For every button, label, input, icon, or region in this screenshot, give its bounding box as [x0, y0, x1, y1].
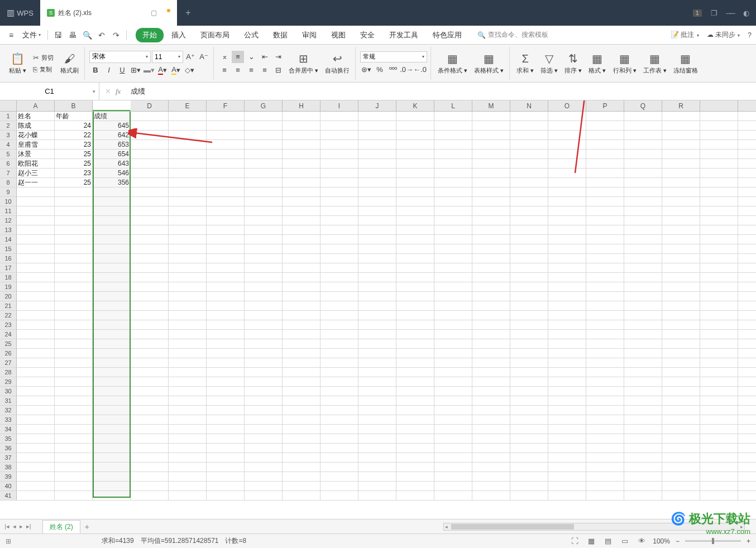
cell[interactable] [586, 434, 624, 444]
cell[interactable] [396, 206, 434, 216]
cell[interactable] [55, 434, 93, 444]
cell[interactable] [55, 320, 93, 330]
cell[interactable] [131, 235, 169, 244]
cell[interactable] [662, 225, 700, 235]
cell[interactable] [434, 225, 472, 235]
cell[interactable] [207, 482, 245, 491]
cell[interactable] [434, 187, 472, 197]
cell[interactable] [283, 206, 320, 216]
cell[interactable] [245, 225, 283, 235]
cell[interactable] [472, 131, 510, 140]
cell[interactable] [358, 463, 396, 472]
cell[interactable] [624, 197, 662, 206]
cell[interactable] [17, 235, 55, 244]
cell[interactable] [738, 463, 756, 472]
cell[interactable]: 23 [55, 169, 93, 178]
cell[interactable] [472, 292, 510, 301]
zoom-out-icon[interactable]: − [676, 537, 680, 545]
cell[interactable] [55, 225, 93, 235]
cell[interactable] [245, 197, 283, 206]
cell[interactable] [358, 377, 396, 387]
cell[interactable] [624, 444, 662, 453]
cell[interactable] [472, 368, 510, 377]
cell[interactable] [55, 216, 93, 225]
cell[interactable] [169, 396, 207, 406]
col-header-N[interactable]: N [510, 100, 548, 112]
cell[interactable] [624, 330, 662, 339]
cell[interactable] [738, 349, 756, 358]
row-header-10[interactable]: 10 [0, 197, 17, 206]
cell[interactable] [283, 472, 320, 482]
tab-special[interactable]: 特色应用 [426, 28, 468, 42]
cell[interactable] [472, 197, 510, 206]
cell[interactable] [207, 387, 245, 396]
cell[interactable] [93, 282, 131, 292]
cell[interactable] [93, 453, 131, 463]
row-header-27[interactable]: 27 [0, 358, 17, 368]
cell[interactable] [396, 444, 434, 453]
cell[interactable] [434, 396, 472, 406]
cell[interactable] [169, 169, 207, 178]
cell[interactable] [586, 150, 624, 159]
row-header-17[interactable]: 17 [0, 263, 17, 273]
wrap-button[interactable]: ↩自动换行 [323, 51, 352, 76]
number-format-select[interactable]: 常规▾ [360, 51, 427, 62]
cell[interactable] [245, 482, 283, 491]
cell[interactable] [207, 254, 245, 263]
cell[interactable] [662, 339, 700, 349]
cell[interactable] [169, 187, 207, 197]
cell[interactable] [283, 444, 320, 453]
cell[interactable] [17, 368, 55, 377]
cell[interactable] [358, 216, 396, 225]
cell[interactable] [131, 273, 169, 282]
cell[interactable] [548, 131, 586, 140]
col-header-C[interactable]: C [93, 100, 131, 112]
cell[interactable] [624, 244, 662, 254]
cell[interactable] [662, 178, 700, 187]
cell[interactable] [93, 415, 131, 425]
cell[interactable] [207, 472, 245, 482]
cell[interactable] [510, 254, 548, 263]
cell[interactable]: 643 [93, 159, 131, 169]
cell[interactable] [434, 216, 472, 225]
cell[interactable] [93, 320, 131, 330]
cell[interactable] [662, 415, 700, 425]
cell[interactable] [738, 311, 756, 320]
cell[interactable] [738, 387, 756, 396]
cell[interactable] [207, 301, 245, 311]
cell[interactable] [586, 244, 624, 254]
cell[interactable] [320, 387, 358, 396]
cell[interactable] [55, 349, 93, 358]
cell[interactable] [358, 368, 396, 377]
cell[interactable] [738, 292, 756, 301]
cell[interactable] [548, 282, 586, 292]
cell[interactable] [131, 349, 169, 358]
cell[interactable] [245, 301, 283, 311]
cell[interactable] [245, 491, 283, 501]
cell[interactable] [434, 339, 472, 349]
cell[interactable] [207, 491, 245, 501]
notification-badge[interactable]: 1 [693, 9, 702, 17]
cell[interactable] [662, 320, 700, 330]
cell[interactable] [434, 169, 472, 178]
row-header-2[interactable]: 2 [0, 121, 17, 131]
paste-button[interactable]: 📋粘贴 ▾ [7, 51, 28, 76]
cell[interactable] [358, 282, 396, 292]
cell[interactable] [738, 444, 756, 453]
cell[interactable] [207, 263, 245, 273]
cell[interactable]: 642 [93, 131, 131, 140]
cell[interactable] [207, 206, 245, 216]
filter-button[interactable]: ▽筛选 ▾ [538, 51, 560, 76]
cell[interactable] [510, 159, 548, 169]
cell[interactable] [93, 254, 131, 263]
cell[interactable] [169, 330, 207, 339]
cell[interactable] [624, 225, 662, 235]
cell[interactable] [358, 358, 396, 368]
cell[interactable] [320, 178, 358, 187]
cell[interactable] [131, 415, 169, 425]
cancel-formula-icon[interactable]: ✕ [105, 87, 111, 95]
cell[interactable] [434, 244, 472, 254]
cell[interactable] [358, 434, 396, 444]
cell[interactable] [320, 121, 358, 131]
cell[interactable] [700, 472, 738, 482]
